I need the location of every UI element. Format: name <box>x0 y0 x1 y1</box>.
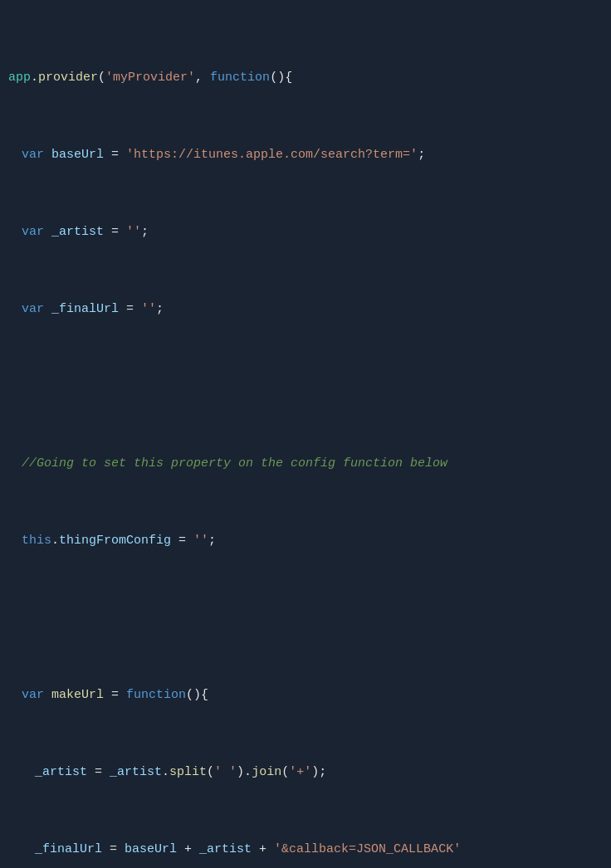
token: ); <box>311 763 326 782</box>
token: function <box>210 68 270 87</box>
token: var <box>22 222 44 241</box>
code-line-8 <box>8 608 611 627</box>
code-line-4: var _finalUrl = ''; <box>8 300 611 319</box>
token: + <box>177 840 199 859</box>
token: ; <box>418 145 425 164</box>
token: ; <box>208 531 216 550</box>
code-line-11: _finalUrl = baseUrl + _artist + '&callba… <box>8 840 611 859</box>
token: 'myProvider' <box>105 68 195 87</box>
token: = <box>104 145 126 164</box>
token: . <box>31 68 38 87</box>
token: (){ <box>186 685 208 705</box>
token: = <box>119 300 141 319</box>
token: '' <box>126 222 141 241</box>
code-line-2: var baseUrl = 'https://itunes.apple.com/… <box>8 145 611 164</box>
token: makeUrl <box>51 685 104 705</box>
token: = <box>104 685 126 705</box>
token: baseUrl <box>125 840 177 859</box>
token: var <box>22 685 44 705</box>
token: _finalUrl <box>51 300 119 319</box>
token: '+' <box>289 763 311 782</box>
token: ; <box>141 222 149 241</box>
token: '' <box>193 531 208 550</box>
code-line-3: var _artist = ''; <box>8 222 611 241</box>
token: '&callback=JSON_CALLBACK' <box>274 840 461 859</box>
code-line-7: this.thingFromConfig = ''; <box>8 531 611 550</box>
token: ( <box>98 68 105 87</box>
token: 'https://itunes.apple.com/search?term=' <box>126 145 418 164</box>
token: _artist <box>35 763 87 782</box>
token <box>44 300 51 319</box>
token: this <box>22 531 51 550</box>
token <box>44 222 51 241</box>
token: . <box>162 763 169 782</box>
token <box>44 145 51 164</box>
token: . <box>51 531 59 550</box>
code-editor: app.provider('myProvider', function(){ v… <box>8 10 611 868</box>
token: provider <box>38 68 98 87</box>
token: thingFromConfig <box>59 531 171 550</box>
token: function <box>126 685 186 705</box>
token: _artist <box>199 840 252 859</box>
token: ). <box>237 763 252 782</box>
token: var <box>22 300 44 319</box>
token: (){ <box>270 68 292 87</box>
token: app <box>8 68 31 87</box>
token: split <box>169 763 207 782</box>
token: + <box>252 840 274 859</box>
token: = <box>102 840 125 859</box>
token: , <box>195 68 210 87</box>
token <box>44 685 51 705</box>
token: ( <box>207 763 214 782</box>
token: = <box>87 763 110 782</box>
token: baseUrl <box>51 145 104 164</box>
code-line-9: var makeUrl = function(){ <box>8 685 611 705</box>
token: _artist <box>110 763 162 782</box>
token: var <box>22 145 44 164</box>
token: ( <box>281 763 289 782</box>
token: join <box>252 763 281 782</box>
token: //Going to set this property on the conf… <box>22 454 447 473</box>
token: = <box>104 222 126 241</box>
token: ; <box>156 300 164 319</box>
token: _artist <box>51 222 104 241</box>
code-line-6: //Going to set this property on the conf… <box>8 454 611 473</box>
code-line-5 <box>8 377 611 396</box>
code-line-10: _artist = _artist.split(' ').join('+'); <box>8 763 611 782</box>
token: ' ' <box>214 763 237 782</box>
token: _finalUrl <box>35 840 102 859</box>
code-line-1: app.provider('myProvider', function(){ <box>8 68 611 87</box>
token: = <box>171 531 193 550</box>
token: '' <box>141 300 156 319</box>
